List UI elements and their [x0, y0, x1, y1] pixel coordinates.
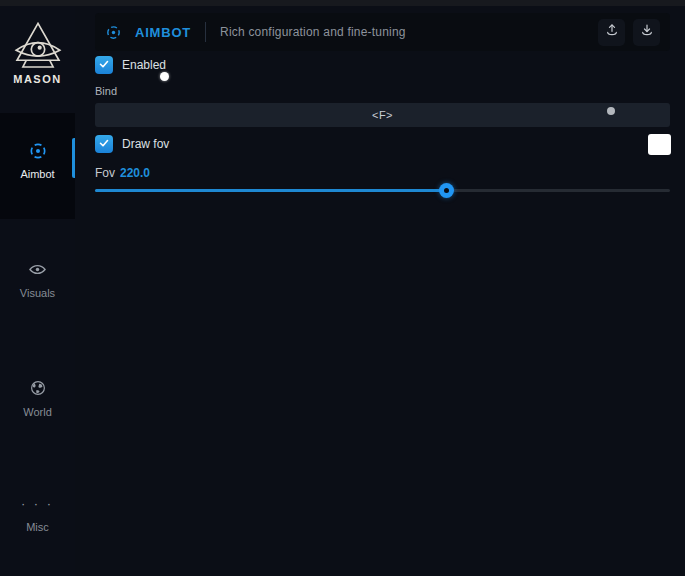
fov-slider-thumb[interactable] [439, 183, 454, 198]
active-indicator-bar [72, 138, 75, 178]
fov-label-row: Fov220.0 [95, 166, 150, 180]
brand-name: MASON [0, 73, 75, 85]
check-icon [98, 135, 110, 153]
crosshair-icon [105, 24, 122, 41]
bind-value: <F> [372, 109, 393, 121]
crosshair-icon [0, 141, 75, 161]
sidebar-item-label: Visuals [0, 287, 75, 299]
upload-icon [604, 22, 620, 42]
bind-label: Bind [95, 85, 117, 97]
export-config-button[interactable] [633, 19, 660, 46]
fov-slider-fill [95, 189, 446, 192]
sidebar-item-label: Aimbot [0, 168, 75, 180]
bind-keybind-field[interactable]: <F> [95, 103, 670, 127]
sidebar-item-label: Misc [0, 521, 75, 533]
brand-logo: MASON [0, 20, 75, 85]
draw-fov-label: Draw fov [122, 137, 169, 151]
ellipsis-icon: · · · [0, 494, 75, 514]
draw-fov-row: Draw fov [95, 135, 169, 153]
header-divider [205, 22, 206, 42]
sidebar-item-world[interactable]: World [0, 379, 75, 418]
window-top-strip [0, 0, 685, 6]
fov-value: 220.0 [120, 166, 150, 180]
page-title: AIMBOT [135, 25, 191, 40]
check-icon [98, 56, 110, 74]
page-header: AIMBOT Rich configuration and fine-tunin… [95, 13, 670, 51]
eye-triangle-logo-icon [0, 20, 75, 72]
draw-fov-checkbox[interactable] [95, 135, 113, 153]
download-icon [639, 22, 655, 42]
import-config-button[interactable] [598, 19, 625, 46]
enabled-checkbox[interactable] [95, 56, 113, 74]
sidebar-item-aimbot[interactable]: Aimbot [0, 113, 75, 219]
sidebar-item-misc[interactable]: · · · Misc [0, 494, 75, 533]
sidebar-item-label: World [0, 406, 75, 418]
enabled-row: Enabled [95, 56, 166, 74]
bind-field-dot [607, 107, 615, 115]
fov-slider[interactable] [95, 183, 670, 198]
sidebar: MASON Aimbot Visuals [0, 6, 75, 576]
enabled-label: Enabled [122, 58, 166, 72]
app-window: MASON Aimbot Visuals [0, 0, 685, 576]
page-subtitle: Rich configuration and fine-tuning [220, 25, 406, 39]
eye-icon [0, 260, 75, 280]
sidebar-item-visuals[interactable]: Visuals [0, 260, 75, 299]
fov-color-picker[interactable] [648, 134, 671, 155]
mouse-cursor-dot [160, 72, 169, 81]
globe-icon [0, 379, 75, 399]
fov-label: Fov [95, 166, 115, 180]
